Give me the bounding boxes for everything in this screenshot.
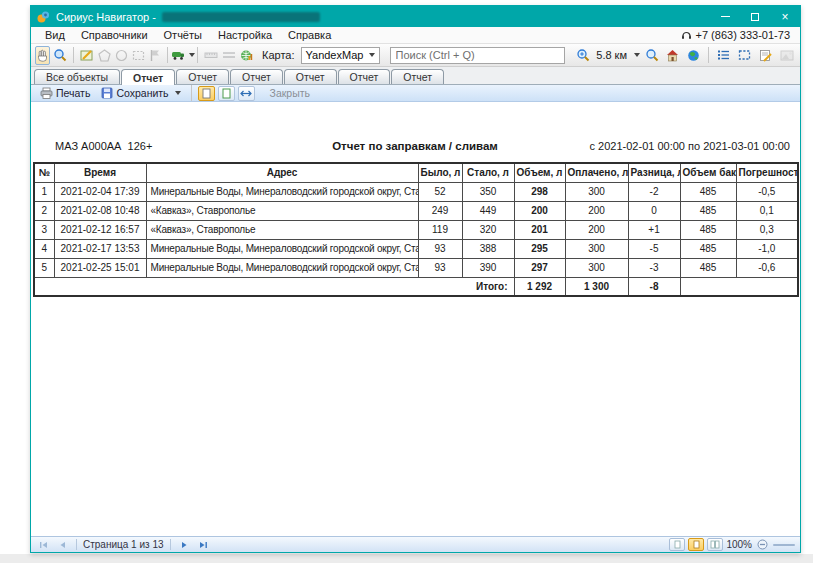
- column-header: Стало, л: [462, 163, 514, 182]
- tab-all-objects[interactable]: Все объекты: [34, 69, 120, 84]
- ruler-icon: [204, 49, 218, 61]
- column-header: Объем бака, л: [680, 163, 736, 182]
- tab-report-6[interactable]: Отчет: [391, 69, 444, 84]
- chevron-down-icon[interactable]: [634, 53, 640, 57]
- table-cell: 298: [514, 182, 565, 201]
- column-header: Объем, л: [514, 163, 565, 182]
- ruler-button[interactable]: [203, 46, 219, 65]
- page-view-icon: [202, 88, 211, 99]
- table-cell: 249: [418, 201, 462, 220]
- legend-list-button[interactable]: [714, 46, 733, 65]
- totals-cell: Итого:: [34, 277, 514, 296]
- pan-hand-button[interactable]: [35, 46, 50, 65]
- zoom-level: 100%: [726, 539, 752, 550]
- tab-report-5[interactable]: Отчет: [338, 69, 391, 84]
- select-area-button[interactable]: [131, 46, 146, 65]
- column-header: Разница, л: [628, 163, 680, 182]
- toolbar-separator: [73, 47, 74, 63]
- table-cell: 2021-02-17 13:53: [54, 239, 146, 258]
- selection-rect-button[interactable]: [735, 46, 754, 65]
- table-cell: -0,5: [736, 182, 798, 201]
- minimize-button[interactable]: [710, 6, 740, 27]
- polygon-tool-button[interactable]: [97, 46, 112, 65]
- totals-cell: 1 292: [514, 277, 565, 296]
- vehicle-icon: [171, 49, 186, 61]
- table-cell: 1: [34, 182, 54, 201]
- route-ruler-button[interactable]: [221, 46, 237, 65]
- next-page-button[interactable]: [177, 538, 192, 551]
- table-cell: 93: [418, 239, 462, 258]
- menu-reports[interactable]: Отчёты: [156, 29, 210, 41]
- table-cell: +1: [628, 220, 680, 239]
- notes-icon: [759, 49, 772, 62]
- table-row: 32021-02-12 16:57«Кавказ», Ставрополье11…: [34, 220, 798, 239]
- menu-view[interactable]: Вид: [37, 29, 73, 41]
- notes-button[interactable]: [756, 46, 775, 65]
- map-scale-value: 5.8 км: [596, 49, 627, 61]
- zoom-search-button[interactable]: [52, 46, 68, 65]
- view-actual-size-button[interactable]: [198, 86, 215, 101]
- view-fit-page-button[interactable]: [218, 86, 235, 101]
- table-cell: 350: [462, 182, 514, 201]
- table-cell: 0,3: [736, 220, 798, 239]
- last-page-button[interactable]: [196, 538, 211, 551]
- table-cell: Минеральные Воды, Минераловодский городс…: [146, 258, 418, 277]
- table-cell: 2021-02-08 10:48: [54, 201, 146, 220]
- column-header: Оплачено, л: [565, 163, 628, 182]
- table-cell: Минеральные Воды, Минераловодский городс…: [146, 182, 418, 201]
- menu-help[interactable]: Справка: [280, 29, 339, 41]
- circle-icon: [115, 49, 128, 62]
- search-input[interactable]: [390, 47, 566, 64]
- report-toolbar: Печать Сохранить Закрыть: [31, 85, 800, 102]
- tab-report-2[interactable]: Отчет: [176, 69, 229, 84]
- print-icon: [40, 87, 53, 99]
- map-view-tools: 5.8 км: [573, 46, 796, 65]
- menu-directories[interactable]: Справочники: [73, 29, 156, 41]
- save-button[interactable]: Сохранить: [97, 86, 184, 101]
- zoom-in-button[interactable]: [573, 46, 592, 65]
- table-cell: Минеральные Воды, Минераловодский городс…: [146, 239, 418, 258]
- table-cell: 2021-02-04 17:39: [54, 182, 146, 201]
- print-button[interactable]: Печать: [36, 86, 94, 101]
- home-icon: [666, 49, 679, 62]
- table-cell: 200: [565, 201, 628, 220]
- home-button[interactable]: [663, 46, 682, 65]
- map-provider-select[interactable]: YandexMap: [301, 47, 380, 64]
- globe-button[interactable]: [684, 46, 703, 65]
- table-cell: 2021-02-12 16:57: [54, 220, 146, 239]
- zoom-slider[interactable]: [773, 544, 795, 546]
- menu-settings[interactable]: Настройка: [210, 29, 280, 41]
- chevron-down-icon: [175, 91, 181, 95]
- first-page-button[interactable]: [36, 538, 51, 551]
- maximize-button[interactable]: [740, 6, 770, 27]
- toolbar-separator: [197, 47, 198, 63]
- tab-report-3[interactable]: Отчет: [230, 69, 283, 84]
- tab-report-4[interactable]: Отчет: [284, 69, 337, 84]
- prev-page-button[interactable]: [55, 538, 70, 551]
- geo-stats-button[interactable]: [239, 46, 254, 65]
- zoom-lens-button[interactable]: [642, 46, 661, 65]
- circle-tool-button[interactable]: [114, 46, 129, 65]
- zoom-multipage-view-button[interactable]: [707, 538, 723, 551]
- table-cell: 2021-02-25 15:01: [54, 258, 146, 277]
- table-cell: 200: [514, 201, 565, 220]
- table-cell: 200: [565, 220, 628, 239]
- totals-cell: [680, 277, 798, 296]
- zoom-fit-view-button[interactable]: [688, 538, 704, 551]
- app-logo-icon: [36, 10, 51, 24]
- tab-report-1[interactable]: Отчет: [121, 69, 175, 85]
- vehicle-menu-button[interactable]: [173, 46, 192, 65]
- table-cell: 300: [565, 182, 628, 201]
- zoom-page-view-button[interactable]: [669, 538, 685, 551]
- zoom-in-icon: [576, 48, 590, 62]
- flag-tool-button[interactable]: [148, 46, 162, 65]
- table-cell: 320: [462, 220, 514, 239]
- close-report-label: Закрыть: [270, 87, 310, 99]
- map-edit-button[interactable]: [79, 46, 95, 65]
- view-fit-width-button[interactable]: [238, 86, 255, 101]
- close-button[interactable]: ×: [770, 6, 800, 27]
- close-report-button[interactable]: Закрыть: [266, 86, 314, 101]
- image-button[interactable]: [777, 46, 796, 65]
- table-cell: 3: [34, 220, 54, 239]
- zoom-out-button[interactable]: [755, 538, 770, 551]
